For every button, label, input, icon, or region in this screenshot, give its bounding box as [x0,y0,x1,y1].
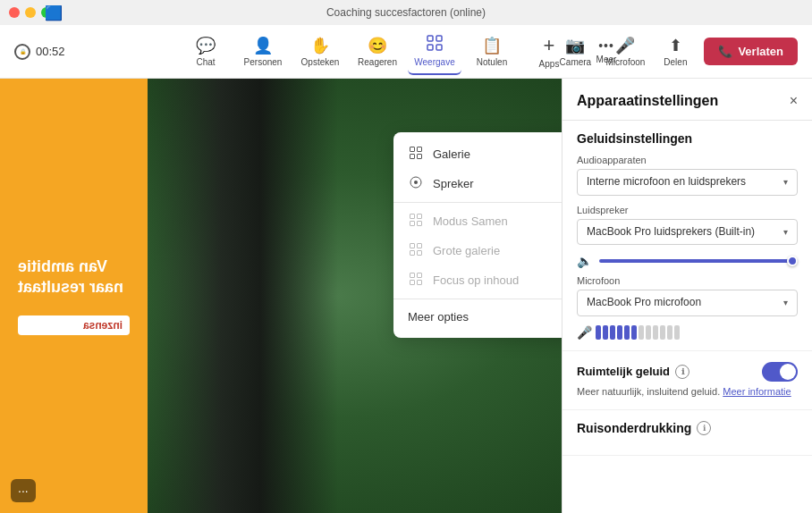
ruimtelijk-link[interactable]: Meer informatie [723,386,791,397]
grote-galerie-icon [408,243,424,258]
ruimtelijk-toggle[interactable] [762,362,798,382]
camera-button[interactable]: 📷 Camera [554,36,596,67]
microfoon-select[interactable]: MacBook Pro microfoon ▾ [577,290,798,316]
luidspreker-value: MacBook Pro luidsprekers (Built-in) [587,225,783,240]
level-bar-1 [596,325,601,340]
level-bar-2 [603,325,608,340]
dropdown-item-galerie[interactable]: Galerie ✓ [393,139,562,169]
volume-icon: 🔈 [577,254,592,268]
svg-rect-1 [436,36,442,41]
personen-icon: 👤 [253,36,273,55]
dropdown-item-modus-samen: Modus Samen [393,206,562,236]
microfoon-icon: 🎤 [615,36,635,55]
dropdown-item-focus-inhoud: Focus op inhoud [393,265,562,295]
ruimtelijk-desc: Meer natuurlijk, insluitend geluid. Meer… [577,385,798,399]
microfoon-arrow-icon: ▾ [783,298,788,307]
panel-title: Apparaatinstellingen [577,93,718,109]
microfoon-value: MacBook Pro microfoon [587,296,783,310]
microfoon-label: Microfoon [605,57,645,67]
toolbar-item-weergave[interactable]: Weergave [408,29,461,75]
svg-rect-10 [410,214,415,219]
left-panel-text: Van ambitie naar resultaat [18,256,130,299]
luidspreker-arrow-icon: ▾ [783,227,788,237]
ruimtelijk-label-row: Ruimtelijk geluid ℹ [577,365,689,379]
chat-icon: 💬 [196,36,216,55]
ruimtelijk-info-icon[interactable]: ℹ [675,365,689,379]
toolbar-item-opsteken[interactable]: ✋ Opsteken [293,29,347,75]
main-content: Van ambitie naar resultaat inzensa ··· G… [0,79,812,513]
svg-rect-13 [418,222,422,226]
reageren-icon: 😊 [368,36,387,55]
focus-inhoud-label: Focus op inhoud [433,273,519,287]
delen-icon: ⬆ [669,36,682,55]
weergave-icon [427,35,443,55]
leave-label: Verlaten [738,45,783,58]
galerie-icon [408,147,424,162]
ruimtelijk-toggle-row: Ruimtelijk geluid ℹ [577,362,798,382]
app-icon: 🟦 [45,4,63,21]
level-bar-10 [660,325,665,340]
audioapparaten-label: Audioapparaten [577,155,798,165]
microfoon-label: Microfoon [577,275,798,286]
svg-rect-18 [410,273,415,278]
audioapparaten-select[interactable]: Interne microfoon en luidsprekers ▾ [577,169,798,196]
phone-icon: 📞 [718,45,732,58]
modus-samen-icon [408,214,424,229]
personen-label: Personen [244,57,283,67]
security-icon: 🔒 [14,44,30,60]
delen-button[interactable]: ⬆ Delen [654,36,697,67]
dropdown-item-spreker[interactable]: Spreker [393,169,562,198]
audioapparaten-arrow-icon: ▾ [783,177,788,187]
svg-rect-0 [427,36,433,41]
svg-point-9 [414,181,418,184]
dropdown-divider [393,202,562,203]
svg-rect-19 [418,273,422,278]
toolbar-item-notulen[interactable]: 📋 Notulen [465,29,519,75]
notulen-icon: 📋 [482,36,502,55]
close-window-button[interactable] [9,7,20,18]
volume-slider[interactable] [599,259,798,263]
ruisonderdrukking-title-row: Ruisonderdrukking ℹ [577,421,798,435]
level-bars [596,325,680,340]
ruimtelijk-label: Ruimtelijk geluid [577,365,670,378]
leave-button[interactable]: 📞 Verlaten [704,38,798,65]
chat-label: Chat [196,57,215,67]
reageren-label: Reageren [358,57,397,67]
spreker-icon [408,176,424,191]
level-bar-8 [646,325,651,340]
right-panel: Apparaatinstellingen × Geluidsinstelling… [562,79,812,513]
level-bar-7 [639,325,644,340]
level-bar-5 [624,325,630,340]
camera-icon: 📷 [565,36,585,55]
delen-label: Delen [664,57,687,67]
microfoon-button[interactable]: 🎤 Microfoon [604,36,647,67]
volume-slider-row: 🔈 [577,254,798,268]
opsteken-icon: ✋ [310,36,330,55]
svg-rect-15 [418,244,422,248]
toolbar-item-reageren[interactable]: 😊 Reageren [351,29,404,75]
level-bar-9 [653,325,658,340]
close-panel-button[interactable]: × [790,93,798,109]
minimize-window-button[interactable] [25,7,36,18]
focus-inhoud-icon [408,273,424,288]
more-options-button[interactable]: ··· [11,479,36,502]
luidspreker-label: Luidspreker [577,205,798,215]
svg-rect-3 [436,45,442,50]
toolbar-right: 📷 Camera 🎤 Microfoon ⬆ Delen 📞 Verlaten [554,36,798,67]
audioapparaten-value: Interne microfoon en luidsprekers [587,175,783,189]
galerie-label: Galerie [433,147,470,161]
ruisonderdrukking-info-icon[interactable]: ℹ [697,421,711,435]
svg-rect-4 [410,147,415,152]
geluid-section: Geluidsinstellingen Audioapparaten Inter… [562,121,812,351]
left-panel-logo: inzensa [18,315,130,335]
ruimtelijk-section: Ruimtelijk geluid ℹ Meer natuurlijk, ins… [562,351,812,410]
level-bar-6 [631,325,637,340]
luidspreker-select[interactable]: MacBook Pro luidsprekers (Built-in) ▾ [577,219,798,246]
toolbar-item-chat[interactable]: 💬 Chat [179,29,233,75]
svg-rect-12 [410,222,415,226]
svg-rect-16 [410,251,415,256]
svg-rect-20 [410,281,415,285]
toolbar-item-personen[interactable]: 👤 Personen [236,29,290,75]
dropdown-meer-opties[interactable]: Meer opties › [393,303,562,331]
more-dots-icon: ··· [18,484,29,498]
